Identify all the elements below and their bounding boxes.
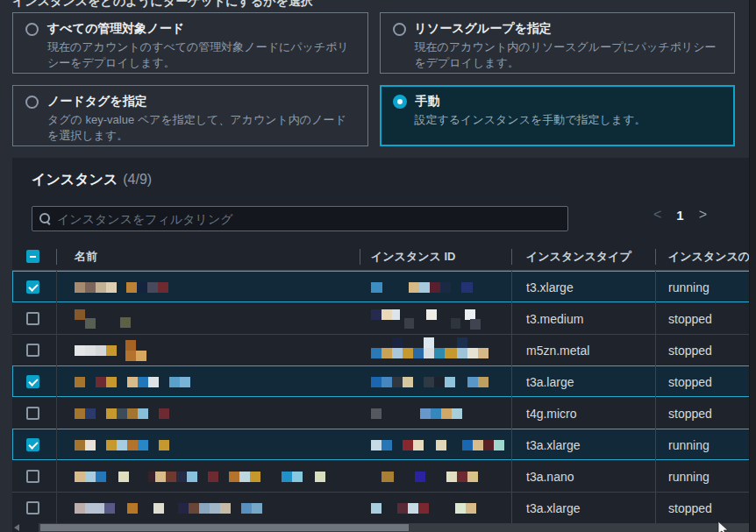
instances-panel: インスタンス(4/9) < 1 > 名前 インスタンス ID インスタンスタイプ… (12, 158, 756, 532)
column-divider (511, 249, 512, 265)
redacted-instance-id (371, 366, 511, 398)
name-cell (56, 366, 360, 398)
redacted-name (75, 335, 360, 366)
radio-unselected-icon[interactable] (393, 23, 406, 36)
option-card-resource-group[interactable]: リソースグループを指定 現在のアカウント内のリソースグループにパッチポリシーをデ… (380, 12, 736, 74)
hscroll-left-arrow-icon[interactable] (14, 524, 19, 531)
panel-title: インスタンス(4/9) (32, 171, 152, 189)
column-header-instance-type[interactable]: インスタンスタイプ (511, 249, 655, 265)
instances-table: 名前 インスタンス ID インスタンスタイプ インスタンスの状態 t3.xlar… (12, 243, 756, 523)
instance-id-cell (360, 493, 511, 524)
horizontal-scrollbar-thumb[interactable] (40, 524, 409, 531)
pagination-page-1[interactable]: 1 (676, 208, 683, 223)
redacted-block (461, 282, 473, 293)
redacted-block (455, 503, 466, 514)
redacted-block (478, 377, 489, 387)
table-row[interactable]: t4g.micro stopped (12, 397, 756, 429)
redacted-block (210, 503, 220, 514)
vertical-scrollbar[interactable] (749, 0, 756, 532)
redacted-block (148, 377, 159, 387)
redacted-block (470, 319, 481, 330)
redacted-block (409, 282, 419, 293)
redacted-instance-id (371, 493, 511, 524)
redacted-block (382, 440, 392, 450)
redacted-block (434, 377, 445, 387)
table-row[interactable]: t3a.nano running (12, 460, 756, 492)
redacted-block (85, 408, 96, 419)
table-row[interactable]: t3.medium stopped (12, 302, 756, 334)
instance-id-cell (360, 398, 511, 429)
redacted-block (118, 472, 129, 482)
redacted-block (282, 472, 292, 482)
select-all-checkbox[interactable] (26, 250, 39, 263)
redacted-block (371, 408, 382, 419)
instance-id-cell (360, 303, 511, 335)
option-title: リソースグループを指定 (415, 21, 552, 37)
table-row[interactable]: t3.xlarge running (12, 271, 756, 302)
table-row[interactable]: t3a.xlarge stopped (12, 492, 756, 523)
row-checkbox[interactable] (26, 470, 39, 483)
redacted-block (382, 348, 392, 358)
column-header-name[interactable]: 名前 (56, 249, 360, 265)
row-checkbox-cell (12, 501, 56, 514)
redacted-block (440, 282, 451, 293)
redacted-block (457, 337, 467, 348)
row-checkbox[interactable] (26, 375, 39, 388)
redacted-block (125, 340, 136, 351)
row-checkbox[interactable] (26, 407, 39, 420)
row-checkbox[interactable] (26, 501, 39, 514)
redacted-name (75, 398, 360, 429)
option-description: 設定するインスタンスを手動で指定します。 (415, 112, 723, 128)
redacted-block (75, 440, 85, 450)
table-row[interactable]: m5zn.metal stopped (12, 334, 756, 365)
redacted-block (315, 472, 325, 482)
radio-unselected-icon[interactable] (25, 96, 39, 109)
row-checkbox-cell (12, 407, 56, 420)
name-cell (56, 398, 360, 429)
pagination-prev-button[interactable]: < (653, 207, 661, 223)
column-header-instance-state[interactable]: インスタンスの状態 (655, 249, 756, 265)
option-card-all-managed-nodes[interactable]: すべての管理対象ノード 現在のアカウントのすべての管理対象ノードにパッチポリシー… (12, 12, 368, 74)
row-checkbox[interactable] (26, 438, 39, 451)
table-row[interactable]: t3a.large stopped (12, 365, 756, 397)
table-row[interactable]: t3a.xlarge running (12, 429, 756, 460)
radio-unselected-icon[interactable] (25, 23, 39, 36)
redacted-block (424, 377, 434, 387)
option-card-node-tags[interactable]: ノードタグを指定 タグの key-value ペアを指定して、アカウント内のノー… (12, 85, 368, 146)
redacted-block (467, 472, 478, 482)
redacted-block (229, 472, 239, 482)
instance-id-cell (360, 366, 511, 398)
filter-input[interactable] (57, 212, 560, 226)
redacted-block (153, 503, 164, 514)
redacted-block (136, 351, 146, 361)
name-cell (56, 493, 360, 524)
name-cell (56, 335, 360, 366)
radio-selected-icon[interactable] (393, 95, 407, 109)
redacted-block (127, 377, 138, 387)
option-description: タグの key-value ペアを指定して、アカウント内のノードを選択します。 (47, 112, 355, 144)
instance-id-cell (360, 461, 511, 493)
column-divider (511, 271, 512, 523)
row-checkbox[interactable] (26, 344, 39, 357)
pagination-next-button[interactable]: > (699, 207, 707, 223)
row-checkbox[interactable] (26, 280, 39, 294)
option-card-manual[interactable]: 手動 設定するインスタンスを手動で指定します。 (380, 85, 736, 146)
redacted-block (418, 503, 429, 514)
redacted-block (127, 408, 138, 419)
redacted-block (413, 440, 424, 450)
redacted-name (75, 366, 360, 398)
redacted-block (85, 318, 96, 329)
redacted-block (75, 345, 85, 356)
instance-state-cell: stopped (655, 501, 756, 515)
panel-title-text: インスタンス (32, 172, 118, 187)
redacted-block (104, 503, 115, 514)
redacted-instance-id (371, 398, 511, 429)
redacted-block (403, 440, 413, 450)
redacted-block (415, 472, 425, 482)
horizontal-scrollbar[interactable] (39, 523, 756, 532)
redacted-block (75, 309, 85, 320)
row-checkbox[interactable] (26, 312, 39, 325)
column-header-instance-id[interactable]: インスタンス ID (360, 249, 511, 265)
redacted-block (403, 377, 413, 387)
redacted-block (106, 408, 117, 419)
